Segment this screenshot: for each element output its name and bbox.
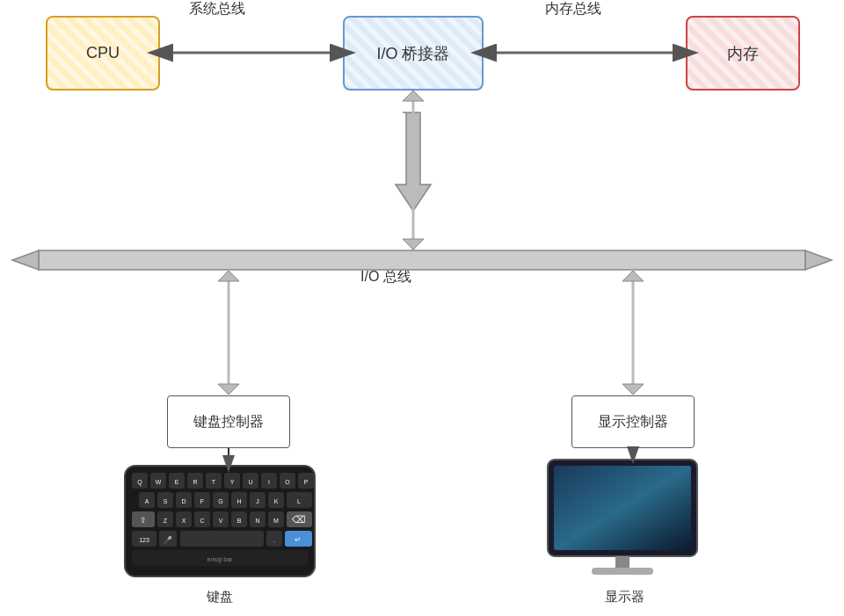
svg-marker-95: [622, 271, 644, 281]
svg-text:I: I: [268, 479, 270, 485]
mem-bus-label: 内存总线: [545, 0, 601, 18]
monitor-label: 显示器: [554, 589, 695, 605]
mem-label: 内存: [727, 43, 759, 64]
svg-text:D: D: [181, 498, 186, 504]
svg-text:C: C: [200, 518, 204, 524]
svg-text:Y: Y: [230, 479, 235, 485]
mem-box: 内存: [686, 16, 800, 91]
svg-marker-96: [622, 384, 644, 395]
svg-text:L: L: [297, 498, 301, 504]
diagram: CPU I/O 桥接器 内存 键盘控制器 显示控制器 系统总线 内存总线 I/O…: [0, 0, 844, 616]
monitor-icon: [543, 455, 702, 578]
svg-text:.: .: [273, 537, 275, 543]
svg-text:V: V: [219, 518, 223, 524]
svg-marker-90: [403, 239, 424, 250]
svg-text:Z: Z: [164, 518, 168, 524]
svg-text:↵: ↵: [295, 535, 302, 544]
svg-marker-83: [396, 112, 431, 211]
svg-text:S: S: [164, 498, 168, 504]
disp-ctrl-label: 显示控制器: [598, 413, 668, 431]
svg-text:E: E: [175, 479, 179, 485]
svg-marker-92: [218, 271, 239, 281]
svg-marker-93: [218, 384, 239, 395]
svg-text:emoji bar: emoji bar: [207, 556, 233, 563]
svg-rect-69: [554, 466, 691, 550]
svg-text:🎤: 🎤: [164, 535, 172, 544]
svg-text:⌫: ⌫: [292, 514, 306, 525]
svg-text:H: H: [236, 498, 241, 504]
svg-text:B: B: [237, 518, 242, 524]
kbd-ctrl-label: 键盘控制器: [193, 413, 264, 431]
sys-bus-label: 系统总线: [189, 0, 245, 18]
cpu-label: CPU: [86, 44, 120, 62]
svg-marker-87: [805, 250, 832, 270]
svg-text:A: A: [145, 498, 149, 504]
svg-marker-89: [403, 91, 424, 101]
svg-text:R: R: [193, 479, 197, 485]
svg-text:F: F: [200, 498, 204, 504]
svg-text:X: X: [182, 518, 186, 524]
svg-rect-72: [592, 568, 653, 575]
keyboard-label: 键盘: [149, 589, 290, 605]
svg-text:123: 123: [139, 537, 149, 543]
io-bus-label: I/O 总线: [360, 268, 411, 286]
svg-text:K: K: [274, 498, 279, 504]
io-bridge-box: I/O 桥接器: [343, 16, 484, 91]
cpu-box: CPU: [46, 16, 160, 91]
svg-text:Q: Q: [137, 479, 142, 486]
svg-text:P: P: [304, 479, 309, 485]
svg-text:M: M: [273, 518, 279, 524]
disp-ctrl-box: 显示控制器: [571, 395, 695, 448]
io-bridge-label: I/O 桥接器: [376, 43, 449, 64]
kbd-ctrl-box: 键盘控制器: [167, 395, 290, 448]
keyboard-icon: Q W E R T Y U I O P A S D F G H J K L ⇧ …: [123, 464, 316, 578]
svg-text:U: U: [248, 479, 252, 485]
svg-text:T: T: [212, 479, 216, 485]
svg-text:J: J: [256, 498, 259, 504]
svg-rect-85: [39, 250, 805, 270]
svg-text:W: W: [156, 479, 162, 485]
svg-rect-61: [180, 531, 264, 547]
svg-text:N: N: [255, 518, 259, 524]
svg-text:⇧: ⇧: [140, 516, 147, 525]
svg-text:G: G: [218, 498, 222, 504]
svg-text:O: O: [285, 479, 290, 485]
svg-rect-71: [615, 556, 629, 569]
svg-marker-86: [12, 250, 39, 270]
